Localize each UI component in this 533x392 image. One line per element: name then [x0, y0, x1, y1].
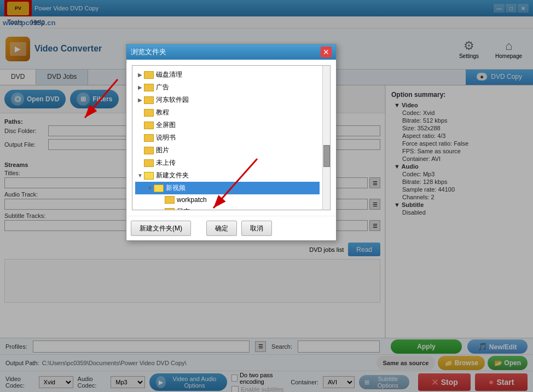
file-tree-container[interactable]: ▶ 磁盘清理 ▶ 广告 ▶ 河东软件园 [132, 65, 331, 210]
tree-area: ▶ 磁盘清理 ▶ 广告 ▶ 河东软件园 [132, 66, 322, 210]
folder-icon [165, 208, 175, 211]
folder-name: 未上传 [156, 158, 176, 168]
expand-icon: ▶ [136, 72, 144, 78]
new-folder-button[interactable]: 新建文件夹(M) [131, 221, 191, 236]
folder-icon [144, 84, 154, 91]
folder-name: 磁盘清理 [156, 70, 182, 79]
scrollbar[interactable] [322, 66, 330, 210]
folder-item[interactable]: 图片 [135, 144, 320, 157]
expand-icon: ▼ [136, 172, 144, 178]
ok-button[interactable]: 确定 [206, 221, 237, 236]
folder-name-selected: 新视频 [166, 183, 186, 193]
folder-name: 说明书 [156, 133, 176, 142]
folder-item[interactable]: 日志 [135, 205, 320, 210]
expand-icon: ▶ [136, 84, 144, 90]
folder-icon [144, 109, 154, 117]
dialog-title: 浏览文件夹 [131, 47, 321, 57]
folder-item[interactable]: workpatch [135, 194, 320, 205]
folder-icon [144, 71, 154, 79]
folder-open-icon [154, 185, 164, 192]
scroll-thumb[interactable] [323, 145, 330, 167]
folder-item[interactable]: ▶ 河东软件园 [135, 94, 320, 106]
folder-open-icon [144, 172, 154, 180]
folder-name: 图片 [156, 146, 169, 155]
expand-icon: ▶ [136, 97, 144, 103]
folder-name: 教程 [156, 108, 169, 117]
folder-icon [165, 196, 175, 204]
folder-name: 日志 [177, 207, 190, 210]
dialog-content: ▶ 磁盘清理 ▶ 广告 ▶ 河东软件园 [126, 60, 336, 216]
folder-item[interactable]: ▼ 新建文件夹 [135, 169, 320, 182]
cancel-button[interactable]: 取消 [241, 221, 272, 236]
folder-item[interactable]: 说明书 [135, 131, 320, 144]
folder-name: 河东软件园 [156, 95, 189, 105]
folder-name: 全屏图 [156, 120, 176, 130]
folder-icon [144, 96, 154, 104]
folder-item[interactable]: ▶ 磁盘清理 [135, 68, 320, 81]
folder-name: workpatch [177, 196, 207, 204]
folder-name: 新建文件夹 [156, 171, 189, 180]
folder-icon [144, 134, 154, 142]
folder-item-selected[interactable]: ▼ 新视频 [135, 182, 320, 194]
dialog-titlebar: 浏览文件夹 ✕ [126, 44, 336, 60]
folder-item[interactable]: 教程 [135, 106, 320, 119]
folder-icon [144, 147, 154, 154]
folder-icon [144, 122, 154, 129]
folder-name: 广告 [156, 83, 169, 92]
folder-icon [144, 159, 154, 167]
folder-item[interactable]: 未上传 [135, 157, 320, 169]
dialog-close-button[interactable]: ✕ [321, 47, 332, 57]
browse-folder-dialog: 浏览文件夹 ✕ ▶ 磁盘清理 ▶ 广告 [126, 44, 337, 241]
dialog-footer: 新建文件夹(M) 确定 取消 [126, 216, 336, 240]
folder-item[interactable]: ▶ 广告 [135, 81, 320, 94]
folder-item[interactable]: 全屏图 [135, 119, 320, 131]
expand-icon: ▼ [146, 185, 154, 191]
